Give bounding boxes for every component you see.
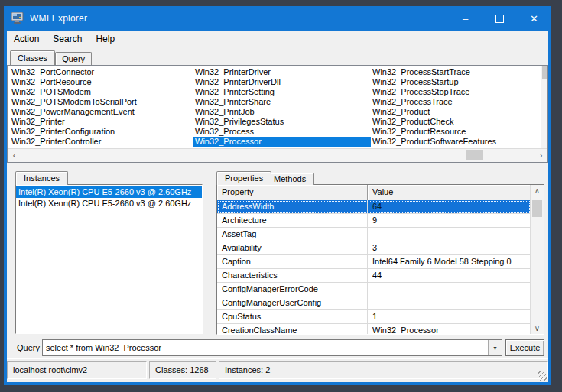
tab-methods[interactable]: Methods — [265, 173, 314, 185]
window-content: Action Search Help Classes Query Win32_P… — [7, 31, 548, 382]
properties-table-header: Property Value — [217, 185, 531, 201]
class-item[interactable]: Win32_ProcessStartup — [371, 77, 547, 87]
property-row[interactable]: Characteristics44 — [217, 269, 531, 283]
column-header-property[interactable]: Property — [217, 185, 368, 200]
class-browser-panel: Win32_PortConnectorWin32_PortResourceWin… — [7, 65, 548, 163]
class-item[interactable]: Win32_ProductSoftwareFeatures — [371, 137, 547, 147]
tab-instances[interactable]: Instances — [15, 171, 68, 185]
app-icon — [11, 12, 24, 24]
class-item[interactable]: Win32_ProductCheck — [371, 117, 547, 127]
class-list[interactable]: Win32_PortConnectorWin32_PortResourceWin… — [8, 66, 547, 149]
property-value-cell[interactable] — [368, 228, 531, 241]
minimize-button[interactable]: – — [448, 6, 482, 31]
class-item[interactable]: Win32_PrinterController — [10, 137, 187, 147]
instance-item[interactable]: Intel(R) Xeon(R) CPU E5-2660 v3 @ 2.60GH… — [16, 198, 202, 209]
property-name-cell[interactable]: Characteristics — [217, 269, 368, 282]
property-row[interactable]: Architecture9 — [217, 214, 531, 228]
query-input[interactable] — [43, 340, 488, 355]
class-item[interactable]: Win32_PrinterSetting — [193, 87, 371, 97]
properties-vertical-scrollbar[interactable]: ∧ ∨ — [530, 185, 544, 334]
property-value-cell[interactable]: 64 — [368, 200, 531, 213]
property-name-cell[interactable]: ConfigManagerErrorCode — [217, 283, 368, 296]
scrollbar-thumb[interactable] — [466, 150, 483, 160]
class-item[interactable]: Win32_ProcessStopTrace — [371, 87, 547, 97]
resize-grip[interactable] — [538, 371, 547, 381]
class-item[interactable]: Win32_PortConnector — [10, 67, 187, 77]
property-value-cell[interactable] — [368, 296, 531, 309]
maximize-button[interactable] — [482, 6, 517, 31]
property-row[interactable]: Availability3 — [217, 241, 531, 255]
class-list-horizontal-scrollbar[interactable]: ‹ › — [8, 148, 547, 162]
property-row[interactable]: CaptionIntel64 Family 6 Model 58 Steppin… — [217, 255, 531, 269]
property-value-cell[interactable]: Win32_Processor — [368, 324, 531, 335]
property-name-cell[interactable]: CpuStatus — [217, 310, 368, 323]
class-item[interactable]: Win32_Product — [371, 107, 547, 117]
main-tab-strip: Classes Query — [10, 49, 92, 65]
minimize-icon: – — [463, 13, 468, 24]
class-item[interactable]: Win32_PrivilegesStatus — [193, 117, 371, 127]
class-item[interactable]: Win32_POTSModemToSerialPort — [10, 97, 187, 107]
class-item[interactable]: Win32_ProcessStartTrace — [371, 67, 547, 77]
scrollbar-thumb[interactable] — [532, 200, 542, 217]
property-row[interactable]: ConfigManagerUserConfig — [217, 296, 531, 310]
class-item[interactable]: Win32_PowerManagementEvent — [10, 107, 187, 117]
properties-table-body: AddressWidth64Architecture9AssetTagAvail… — [217, 200, 531, 334]
property-value-cell[interactable]: Intel64 Family 6 Model 58 Stepping 0 — [368, 255, 531, 268]
class-item[interactable]: Win32_POTSModem — [10, 87, 187, 97]
status-instances-count: Instances: 2 — [219, 361, 548, 379]
property-name-cell[interactable]: Availability — [217, 241, 368, 254]
property-value-cell[interactable]: 1 — [368, 310, 531, 323]
property-name-cell[interactable]: AssetTag — [217, 228, 368, 241]
titlebar: WMI Explorer – ✕ — [4, 6, 551, 31]
class-item[interactable]: Win32_Processor — [193, 137, 371, 147]
property-name-cell[interactable]: ConfigManagerUserConfig — [217, 296, 368, 309]
class-item[interactable]: Win32_PortResource — [10, 77, 187, 87]
class-item[interactable]: Win32_PrinterDriverDll — [193, 77, 371, 87]
property-value-cell[interactable]: 3 — [368, 241, 531, 254]
property-value-cell[interactable]: 44 — [368, 269, 531, 282]
tab-classes[interactable]: Classes — [10, 50, 55, 65]
property-name-cell[interactable]: CreationClassName — [217, 324, 368, 335]
class-item[interactable]: Win32_Process — [193, 127, 371, 137]
class-item[interactable]: Win32_ProductResource — [371, 127, 547, 137]
tab-properties[interactable]: Properties — [216, 171, 271, 185]
chevron-right-icon[interactable]: › — [534, 149, 547, 161]
class-column-1: Win32_PortConnectorWin32_PortResourceWin… — [10, 67, 187, 147]
close-button[interactable]: ✕ — [517, 6, 551, 31]
class-item[interactable]: Win32_Printer — [10, 117, 187, 127]
chevron-down-icon[interactable]: ∨ — [531, 324, 544, 332]
menu-action[interactable]: Action — [7, 31, 46, 47]
property-name-cell[interactable]: Architecture — [217, 214, 368, 227]
instances-list[interactable]: Intel(R) Xeon(R) CPU E5-2660 v3 @ 2.60GH… — [15, 184, 203, 334]
class-item[interactable]: Win32_PrintJob — [193, 107, 371, 117]
instance-item[interactable]: Intel(R) Xeon(R) CPU E5-2660 v3 @ 2.60GH… — [16, 186, 202, 198]
property-row[interactable]: AssetTag — [217, 228, 531, 241]
menu-search[interactable]: Search — [46, 31, 89, 47]
execute-button[interactable]: Execute — [505, 339, 544, 356]
scrollbar-thumb[interactable] — [542, 66, 547, 79]
property-row[interactable]: CpuStatus1 — [217, 310, 531, 324]
column-header-value[interactable]: Value — [368, 185, 531, 200]
query-label: Query — [17, 343, 40, 352]
class-item[interactable]: Win32_PrinterShare — [193, 97, 371, 107]
window-controls: – ✕ — [448, 6, 551, 31]
property-value-cell[interactable]: 9 — [368, 214, 531, 227]
status-bar: localhost root\cimv2 Classes: 1268 Insta… — [7, 358, 548, 382]
class-list-vertical-scrollbar[interactable] — [541, 66, 547, 149]
class-item[interactable]: Win32_PrinterDriver — [193, 67, 371, 77]
class-column-3: Win32_ProcessStartTraceWin32_ProcessStar… — [371, 67, 547, 147]
query-combobox: ▼ — [42, 339, 502, 356]
class-item[interactable]: Win32_ProcessTrace — [371, 97, 547, 107]
tab-query[interactable]: Query — [55, 52, 92, 65]
property-name-cell[interactable]: Caption — [217, 255, 368, 268]
chevron-left-icon[interactable]: ‹ — [8, 149, 21, 161]
property-value-cell[interactable] — [368, 283, 531, 296]
property-row[interactable]: AddressWidth64 — [217, 200, 531, 214]
property-name-cell[interactable]: AddressWidth — [217, 200, 368, 213]
class-item[interactable]: Win32_PrinterConfiguration — [10, 127, 187, 137]
query-dropdown-button[interactable]: ▼ — [488, 340, 502, 355]
chevron-up-icon[interactable]: ∧ — [531, 186, 544, 195]
property-row[interactable]: ConfigManagerErrorCode — [217, 283, 531, 296]
menu-help[interactable]: Help — [89, 31, 122, 47]
property-row[interactable]: CreationClassNameWin32_Processor — [217, 324, 531, 335]
